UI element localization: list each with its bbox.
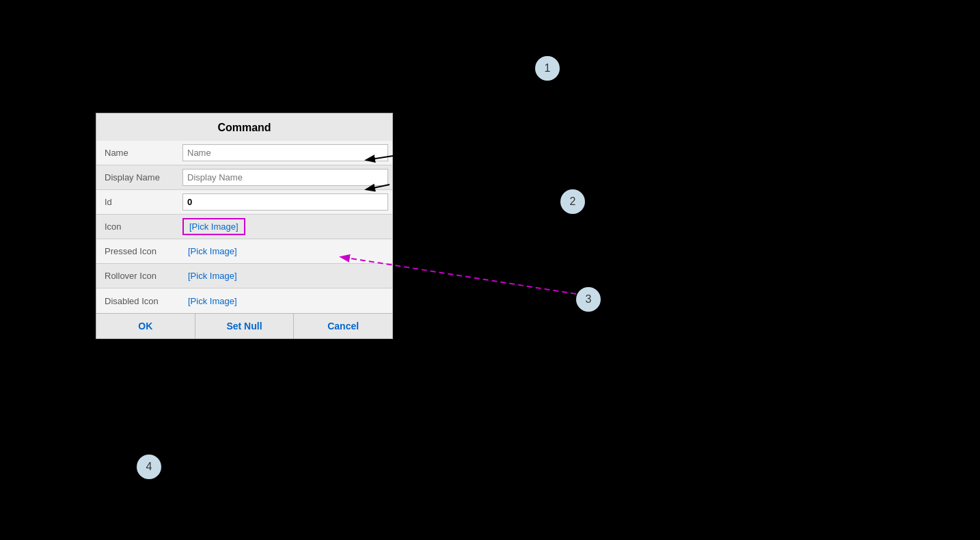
label-displayname: Display Name [96, 172, 178, 183]
label-icon: Icon [96, 221, 178, 232]
value-id [178, 191, 392, 213]
input-name[interactable] [182, 144, 388, 161]
value-icon: [Pick Image] [178, 215, 392, 238]
dialog-title: Command [96, 113, 392, 141]
label-disabled-icon: Disabled Icon [96, 296, 178, 306]
pick-image-disabled-button[interactable]: [Pick Image] [182, 294, 243, 308]
form-row-id: Id [96, 190, 392, 215]
value-rollover-icon: [Pick Image] [178, 266, 392, 286]
form-row-name: Name [96, 141, 392, 165]
value-name [178, 141, 392, 164]
label-rollover-icon: Rollover Icon [96, 271, 178, 281]
ok-button[interactable]: OK [96, 314, 195, 338]
annotation-2: 2 [560, 189, 585, 214]
annotation-4: 4 [137, 455, 161, 479]
set-null-button[interactable]: Set Null [195, 314, 295, 338]
pick-image-rollover-button[interactable]: [Pick Image] [182, 269, 243, 283]
pick-image-pressed-button[interactable]: [Pick Image] [182, 244, 243, 258]
value-displayname [178, 166, 392, 189]
form-row-displayname: Display Name [96, 165, 392, 190]
form-row-rollover-icon: Rollover Icon [Pick Image] [96, 264, 392, 288]
label-name: Name [96, 148, 178, 158]
value-disabled-icon: [Pick Image] [178, 291, 392, 311]
label-id: Id [96, 197, 178, 207]
value-pressed-icon: [Pick Image] [178, 241, 392, 261]
form-row-icon: Icon [Pick Image] [96, 215, 392, 239]
input-displayname[interactable] [182, 169, 388, 186]
dialog-footer: OK Set Null Cancel [96, 313, 392, 338]
annotation-3: 3 [576, 287, 601, 312]
input-id[interactable] [182, 193, 388, 211]
command-dialog: Command Name Display Name Id Icon [96, 113, 393, 339]
form-row-pressed-icon: Pressed Icon [Pick Image] [96, 239, 392, 264]
label-pressed-icon: Pressed Icon [96, 246, 178, 256]
annotation-1: 1 [535, 56, 560, 81]
dialog-body: Name Display Name Id Icon [Pick Image] [96, 141, 392, 313]
form-row-disabled-icon: Disabled Icon [Pick Image] [96, 288, 392, 313]
cancel-button[interactable]: Cancel [294, 314, 392, 338]
pick-image-icon-button[interactable]: [Pick Image] [182, 218, 245, 235]
